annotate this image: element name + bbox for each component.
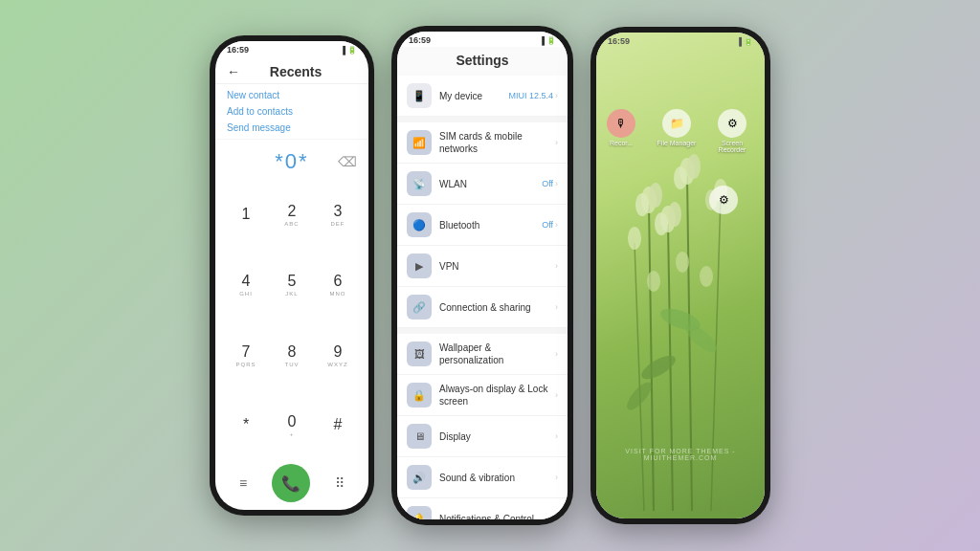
home-icon-recorder[interactable]: 🎙 Recor... [596, 109, 646, 153]
sound-title: Sound & vibration [439, 472, 555, 484]
my-device-icon: 📱 [407, 83, 432, 108]
my-device-arrow-icon: › [555, 91, 558, 100]
back-arrow-icon[interactable]: ← [227, 64, 240, 79]
settings-item-always-on[interactable]: 🔒 Always-on display & Lock screen › [397, 375, 568, 416]
svg-point-14 [655, 212, 668, 235]
display-right: › [555, 431, 558, 441]
phone-1: 16:59 ▐ 🔋 ← Recents New contact Add to c… [210, 35, 374, 516]
phone1-signal-icon: ▐ [340, 46, 345, 55]
notifications-right: › [555, 514, 558, 519]
dialer-key-1[interactable]: 1 [223, 180, 269, 250]
phone2-signal-icon: ▐ [539, 36, 545, 45]
connection-icon: 🔗 [407, 295, 432, 320]
sim-right: › [555, 138, 558, 147]
settings-item-sound[interactable]: 🔊 Sound & vibration › [397, 457, 568, 498]
connection-title: Connection & sharing [439, 301, 555, 314]
dialer-key-0[interactable]: 0+ [269, 390, 315, 460]
home-status-bar: 16:59 ▐ 🔋 [596, 33, 765, 48]
settings-item-sim[interactable]: 📶 SIM cards & mobile networks › [397, 122, 568, 164]
wlan-title: WLAN [439, 178, 542, 190]
dialer-key-3[interactable]: 3DEF [315, 180, 361, 250]
dialer-key-7[interactable]: 7PQRS [223, 320, 269, 390]
dialer-menu-icon[interactable]: ≡ [239, 475, 247, 491]
recents-screen: 16:59 ▐ 🔋 ← Recents New contact Add to c… [215, 41, 368, 510]
dialer-key-star[interactable]: * [223, 390, 269, 460]
dialer-key-5[interactable]: 5JKL [269, 250, 315, 320]
settings-item-my-device[interactable]: 📱 My device MIUI 12.5.4 › [397, 76, 568, 117]
notifications-arrow-icon: › [555, 514, 558, 519]
home-status-icons: ▐ 🔋 [736, 37, 753, 46]
bluetooth-content: Bluetooth [439, 219, 542, 231]
always-on-icon: 🔒 [407, 383, 432, 408]
dialer-keypad-icon[interactable]: ⠿ [335, 475, 345, 491]
display-title: Display [439, 430, 555, 443]
dialer-key-6[interactable]: 6MNO [315, 250, 361, 320]
dialer-call-button[interactable]: 📞 [272, 464, 310, 502]
home-screen: 16:59 ▐ 🔋 🎙 Recor... 📁 F [596, 33, 765, 518]
dialer-key-9[interactable]: 9WXYZ [315, 320, 361, 390]
svg-point-18 [628, 227, 641, 250]
file-manager-label: File Manager [657, 140, 697, 146]
phone2-time: 16:59 [409, 35, 431, 45]
home-icon-screen-recorder[interactable]: ⚙ Screen Recorder [707, 109, 757, 153]
wallpaper-right: › [555, 349, 558, 359]
settings-item-wlan[interactable]: 📡 WLAN Off › [397, 164, 568, 205]
wlan-value: Off [542, 179, 553, 188]
wlan-right: Off › [542, 179, 558, 188]
recents-actions: New contact Add to contacts Send message [215, 84, 368, 140]
settings-item-bluetooth[interactable]: 🔵 Bluetooth Off › [397, 205, 568, 246]
phone-3-screen: 16:59 ▐ 🔋 🎙 Recor... 📁 F [596, 33, 765, 518]
bluetooth-value: Off [542, 220, 553, 230]
display-content: Display [439, 430, 555, 443]
dialer-display: *0* ⌫ [215, 140, 368, 180]
dialer-key-8[interactable]: 8TUV [269, 320, 315, 390]
svg-point-10 [649, 183, 662, 208]
notifications-title: Notifications & Control [439, 513, 555, 520]
svg-point-23 [700, 266, 713, 287]
svg-point-11 [635, 193, 649, 216]
file-manager-icon: 📁 [662, 109, 691, 138]
recents-header: ← Recents [215, 56, 368, 84]
svg-point-17 [674, 166, 687, 189]
bluetooth-right: Off › [542, 220, 558, 230]
svg-point-16 [687, 154, 701, 179]
connection-arrow-icon: › [555, 302, 558, 312]
settings-item-connection[interactable]: 🔗 Connection & sharing › [397, 287, 568, 328]
flower-decoration [596, 33, 765, 518]
add-to-contacts-link[interactable]: Add to contacts [227, 106, 357, 117]
send-message-link[interactable]: Send message [227, 122, 357, 133]
dialer-number: *0* [275, 149, 308, 174]
dialer-key-2[interactable]: 2ABC [269, 180, 315, 250]
dialer-delete-icon[interactable]: ⌫ [338, 154, 357, 169]
sound-right: › [555, 473, 558, 482]
wallpaper-arrow-icon: › [555, 349, 558, 359]
settings-item-notifications[interactable]: 🔔 Notifications & Control › [397, 498, 568, 519]
sound-content: Sound & vibration [439, 472, 555, 484]
sim-content: SIM cards & mobile networks [439, 130, 555, 155]
bluetooth-arrow-icon: › [555, 220, 558, 230]
phone1-status-bar: 16:59 ▐ 🔋 [215, 41, 368, 56]
dialer-key-hash[interactable]: # [315, 390, 361, 460]
new-contact-link[interactable]: New contact [227, 90, 357, 100]
settings-item-vpn[interactable]: ▶ VPN › [397, 246, 568, 287]
svg-point-13 [668, 202, 681, 227]
recorder-icon: 🎙 [607, 109, 635, 138]
dialer-key-4[interactable]: 4GHI [223, 250, 269, 320]
connection-content: Connection & sharing [439, 301, 555, 314]
my-device-right: MIUI 12.5.4 › [508, 91, 558, 100]
my-device-content: My device [439, 90, 508, 102]
settings-item-wallpaper[interactable]: 🖼 Wallpaper & personalization › [397, 334, 568, 375]
vpn-arrow-icon: › [555, 261, 558, 271]
vpn-icon: ▶ [407, 253, 432, 278]
home-signal-icon: ▐ [736, 37, 742, 46]
wlan-icon: 📡 [407, 171, 432, 196]
settings-item-display[interactable]: 🖥 Display › [397, 416, 568, 457]
notifications-icon: 🔔 [407, 506, 432, 519]
home-icon-file-manager[interactable]: 📁 File Manager [652, 109, 702, 153]
recorder-label: Recor... [610, 140, 633, 146]
home-icon-settings[interactable]: ⚙ [709, 186, 738, 214]
bluetooth-title: Bluetooth [439, 219, 542, 231]
dialer-bottom: ≡ 📞 ⠿ [215, 460, 368, 510]
sim-icon: 📶 [407, 130, 432, 155]
vpn-content: VPN [439, 260, 555, 273]
